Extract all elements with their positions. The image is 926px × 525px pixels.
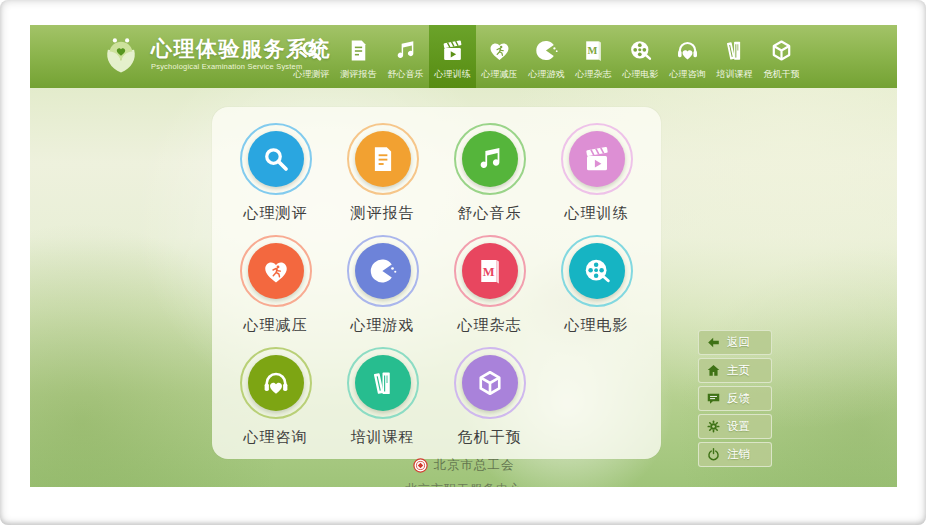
search-icon	[248, 131, 304, 187]
grid-item-label: 危机干预	[458, 428, 522, 447]
grid-item-label: 心理游戏	[351, 316, 415, 335]
nav-item-label: 测评报告	[341, 68, 377, 81]
footer-org: 北京市总工会	[413, 457, 515, 474]
nav-item-movies[interactable]: 心理电影	[617, 25, 664, 88]
grid-item-training[interactable]: 心理训练	[543, 123, 650, 235]
icon-ring	[240, 235, 312, 307]
icon-ring	[347, 123, 419, 195]
grid-item-courses[interactable]: 培训课程	[329, 347, 436, 459]
grid-item-destress[interactable]: 心理减压	[222, 235, 329, 347]
nav-item-assessment[interactable]: 心理测评	[288, 25, 335, 88]
magazine-icon	[581, 38, 606, 63]
nav-item-label: 心理咨询	[670, 68, 706, 81]
home-icon	[706, 363, 721, 378]
grid-item-label: 心理杂志	[458, 316, 522, 335]
grid-item-crisis[interactable]: 危机干预	[436, 347, 543, 459]
grid-item-movies[interactable]: 心理电影	[543, 235, 650, 347]
grid-item-label: 心理测评	[244, 204, 308, 223]
nav-item-label: 舒心音乐	[388, 68, 424, 81]
nav-item-courses[interactable]: 培训课程	[711, 25, 758, 88]
action-sidebar: 返回 主页 反馈 设置 注销	[698, 330, 772, 467]
report-icon	[355, 131, 411, 187]
nav-item-crisis[interactable]: 危机干预	[758, 25, 805, 88]
icon-ring	[240, 123, 312, 195]
icon-ring	[347, 347, 419, 419]
grid-item-label: 舒心音乐	[458, 204, 522, 223]
nav-item-label: 心理杂志	[576, 68, 612, 81]
feedback-icon	[706, 391, 721, 406]
top-nav-bar: 心理体验服务系统 Psychological Examination Servi…	[30, 25, 897, 88]
feedback-button[interactable]: 反馈	[698, 386, 772, 411]
settings-button[interactable]: 设置	[698, 414, 772, 439]
sidebar-button-label: 返回	[727, 335, 750, 350]
footer-service-center: 北京市职工服务中心	[30, 481, 897, 487]
clapperboard-icon	[440, 38, 465, 63]
nav-item-label: 心理游戏	[529, 68, 565, 81]
icon-ring	[561, 235, 633, 307]
music-icon	[462, 131, 518, 187]
grid-item-label: 心理训练	[565, 204, 629, 223]
search-icon	[299, 38, 324, 63]
nav-item-label: 心理训练	[435, 68, 471, 81]
icon-ring	[454, 347, 526, 419]
icon-ring	[347, 235, 419, 307]
launcher-grid: 心理测评 测评报告 舒心音乐 心理训练	[212, 107, 661, 459]
magazine-icon	[462, 243, 518, 299]
back-icon	[706, 335, 721, 350]
union-emblem-icon	[413, 458, 428, 473]
cube-icon	[462, 355, 518, 411]
grid-item-label: 测评报告	[351, 204, 415, 223]
grid-item-music[interactable]: 舒心音乐	[436, 123, 543, 235]
heart-runner-icon	[487, 38, 512, 63]
grid-item-assessment[interactable]: 心理测评	[222, 123, 329, 235]
back-button[interactable]: 返回	[698, 330, 772, 355]
nav-item-counseling[interactable]: 心理咨询	[664, 25, 711, 88]
screenshot-frame: 心理体验服务系统 Psychological Examination Servi…	[0, 0, 926, 525]
books-icon	[355, 355, 411, 411]
footer: 北京市总工会 北京市职工服务中心	[30, 457, 897, 487]
books-icon	[722, 38, 747, 63]
nav-item-training[interactable]: 心理训练	[429, 25, 476, 88]
nav-item-report[interactable]: 测评报告	[335, 25, 382, 88]
sidebar-button-label: 设置	[727, 419, 750, 434]
heart-runner-icon	[248, 243, 304, 299]
grid-item-games[interactable]: 心理游戏	[329, 235, 436, 347]
footer-org-name: 北京市总工会	[434, 457, 515, 474]
nav-item-label: 心理减压	[482, 68, 518, 81]
app-window: 心理体验服务系统 Psychological Examination Servi…	[30, 25, 897, 487]
icon-ring	[561, 123, 633, 195]
gear-icon	[706, 419, 721, 434]
grid-item-label: 培训课程	[351, 428, 415, 447]
nav-item-destress[interactable]: 心理减压	[476, 25, 523, 88]
cube-icon	[769, 38, 794, 63]
home-button[interactable]: 主页	[698, 358, 772, 383]
icon-ring	[454, 123, 526, 195]
clapperboard-icon	[569, 131, 625, 187]
nav-item-music[interactable]: 舒心音乐	[382, 25, 429, 88]
nav-item-games[interactable]: 心理游戏	[523, 25, 570, 88]
pacman-icon	[355, 243, 411, 299]
nav-item-magazine[interactable]: 心理杂志	[570, 25, 617, 88]
nav-menu: 心理测评 测评报告 舒心音乐 心理训练 心理减压 心理游戏	[288, 25, 805, 88]
film-reel-icon	[569, 243, 625, 299]
grid-item-report[interactable]: 测评报告	[329, 123, 436, 235]
grid-item-magazine[interactable]: 心理杂志	[436, 235, 543, 347]
nav-item-label: 心理测评	[294, 68, 330, 81]
headset-heart-icon	[675, 38, 700, 63]
headset-heart-icon	[248, 355, 304, 411]
grid-item-counseling[interactable]: 心理咨询	[222, 347, 329, 459]
pacman-icon	[534, 38, 559, 63]
film-reel-icon	[628, 38, 653, 63]
leaf-figures-logo-icon	[100, 33, 142, 75]
grid-item-label: 心理咨询	[244, 428, 308, 447]
nav-item-label: 培训课程	[717, 68, 753, 81]
nav-item-label: 心理电影	[623, 68, 659, 81]
sidebar-button-label: 反馈	[727, 391, 750, 406]
icon-ring	[454, 235, 526, 307]
grid-item-label: 心理减压	[244, 316, 308, 335]
music-icon	[393, 38, 418, 63]
grid-item-label: 心理电影	[565, 316, 629, 335]
sidebar-button-label: 主页	[727, 363, 750, 378]
nav-item-label: 危机干预	[764, 68, 800, 81]
report-icon	[346, 38, 371, 63]
